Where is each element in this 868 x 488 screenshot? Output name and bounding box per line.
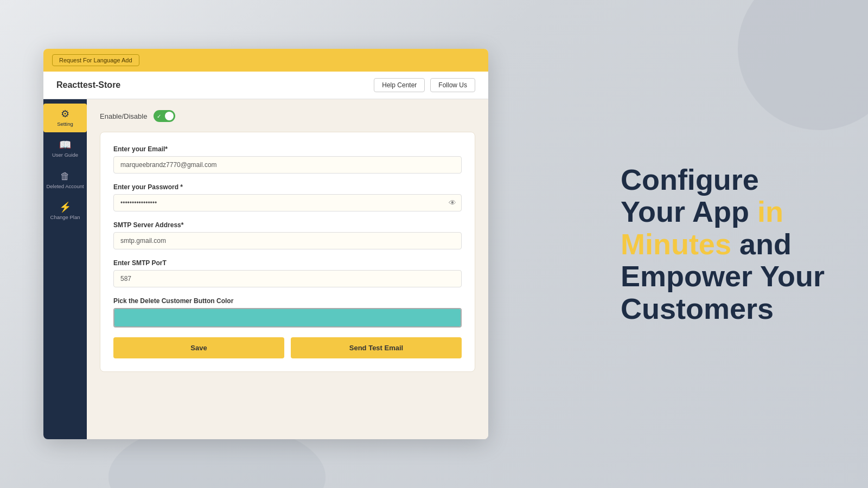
toggle-label: Enable/Disable — [100, 112, 147, 120]
action-buttons: Save Send Test Email — [113, 337, 462, 358]
email-input[interactable] — [113, 156, 462, 174]
marketing-highlight-minutes: Minutes — [621, 227, 731, 260]
toggle-row: Enable/Disable ✓ — [100, 110, 475, 122]
password-input[interactable] — [113, 194, 462, 211]
trash-icon: 🗑 — [60, 171, 70, 181]
sidebar-label-user-guide: User Guide — [52, 152, 78, 158]
sidebar-item-deleted-account[interactable]: 🗑 Deleted Account — [43, 166, 87, 195]
password-wrapper: 👁 — [113, 194, 462, 211]
color-swatch — [114, 309, 461, 326]
toggle-check-icon: ✓ — [157, 113, 161, 119]
marketing-line2-pre: Your App — [621, 195, 757, 228]
marketing-highlight-in: in — [757, 195, 783, 228]
gear-icon: ⚙ — [61, 109, 69, 119]
sidebar-item-user-guide[interactable]: 📖 User Guide — [43, 134, 87, 163]
sidebar: ⚙ Setting 📖 User Guide 🗑 Deleted Account… — [43, 99, 87, 439]
app-window: Request For Language Add Reacttest-Store… — [43, 49, 488, 439]
request-language-button[interactable]: Request For Language Add — [52, 54, 139, 66]
smtp-server-label: SMTP Server Address* — [113, 221, 462, 229]
save-button[interactable]: Save — [113, 337, 284, 358]
marketing-headline: Configure Your App in Minutes and Empowe… — [621, 164, 825, 325]
top-banner: Request For Language Add — [43, 49, 488, 72]
color-picker-group: Pick the Delete Customer Button Color — [113, 297, 462, 328]
password-label: Enter your Password * — [113, 183, 462, 191]
smtp-port-label: Enter SMTP PorT — [113, 259, 462, 267]
eye-icon[interactable]: 👁 — [449, 198, 456, 207]
follow-us-button[interactable]: Follow Us — [430, 78, 475, 92]
smtp-port-input[interactable] — [113, 270, 462, 287]
marketing-line4: Empower Your — [621, 260, 825, 292]
app-title: Reacttest-Store — [56, 80, 120, 90]
app-header: Reacttest-Store Help Center Follow Us — [43, 72, 488, 99]
email-group: Enter your Email* — [113, 145, 462, 174]
marketing-section: Configure Your App in Minutes and Empowe… — [621, 164, 825, 325]
lightning-icon: ⚡ — [59, 202, 71, 212]
form-area: Enable/Disable ✓ Enter your Email* Enter… — [87, 99, 488, 439]
marketing-line3-post: and — [731, 227, 792, 260]
sidebar-label-setting: Setting — [57, 121, 73, 127]
send-test-email-button[interactable]: Send Test Email — [291, 337, 462, 358]
marketing-line1: Configure — [621, 163, 759, 196]
smtp-port-group: Enter SMTP PorT — [113, 259, 462, 287]
color-picker-label: Pick the Delete Customer Button Color — [113, 297, 462, 305]
help-center-button[interactable]: Help Center — [374, 78, 425, 92]
form-card: Enter your Email* Enter your Password * … — [100, 132, 475, 372]
smtp-server-input[interactable] — [113, 232, 462, 249]
smtp-server-group: SMTP Server Address* — [113, 221, 462, 249]
main-content: ⚙ Setting 📖 User Guide 🗑 Deleted Account… — [43, 99, 488, 439]
enable-disable-toggle[interactable]: ✓ — [154, 110, 175, 122]
email-label: Enter your Email* — [113, 145, 462, 153]
sidebar-label-change-plan: Change Plan — [50, 214, 80, 220]
password-group: Enter your Password * 👁 — [113, 183, 462, 211]
sidebar-label-deleted-account: Deleted Account — [46, 183, 84, 189]
header-actions: Help Center Follow Us — [374, 78, 475, 92]
sidebar-item-setting[interactable]: ⚙ Setting — [43, 104, 87, 132]
book-icon: 📖 — [59, 140, 71, 150]
sidebar-item-change-plan[interactable]: ⚡ Change Plan — [43, 197, 87, 226]
color-picker[interactable] — [113, 308, 462, 328]
marketing-line5: Customers — [621, 292, 774, 324]
